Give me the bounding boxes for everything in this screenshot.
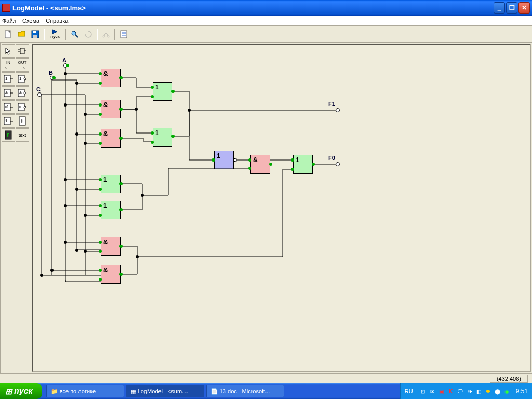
gate-or-3[interactable]: 1 — [101, 175, 121, 193]
svg-text:=1: =1 — [5, 105, 9, 109]
tool-text[interactable]: text — [16, 128, 29, 142]
tray-icon[interactable]: ▣ — [438, 388, 445, 395]
svg-text:1: 1 — [5, 118, 8, 123]
folder-open-icon — [18, 30, 26, 38]
tool-not-gate[interactable]: 1 — [16, 72, 29, 86]
menu-scheme[interactable]: Схема — [22, 18, 39, 24]
tool-xnor-gate[interactable]: = — [16, 100, 29, 114]
tool-input[interactable]: IN○— — [2, 58, 15, 72]
start-button[interactable]: ⊞пуск — [0, 383, 42, 399]
run-label: пуск — [50, 34, 60, 39]
statusbar: (432;408) — [0, 373, 532, 383]
tray-icon[interactable]: ◧ — [475, 388, 483, 395]
input-c-label: C — [36, 86, 41, 92]
svg-rect-3 — [33, 35, 37, 38]
output-f0-port[interactable] — [336, 162, 340, 166]
gate-or-2[interactable]: 1 — [153, 128, 172, 147]
gate-and-6[interactable]: & — [250, 155, 270, 174]
tray-icon[interactable]: ✉ — [429, 388, 436, 395]
cut-icon — [102, 30, 110, 38]
gate-or-1[interactable]: 1 — [153, 82, 172, 101]
tool-and-gate[interactable]: & — [2, 86, 15, 100]
close-button[interactable]: ✕ — [518, 2, 530, 14]
menu-help[interactable]: Справка — [46, 18, 68, 24]
svg-point-24 — [24, 78, 26, 80]
menu-file[interactable]: Файл — [2, 18, 16, 24]
tray-icon[interactable]: 🖵 — [457, 388, 464, 395]
tool-display-old[interactable]: 8 — [16, 114, 29, 128]
maximize-button[interactable]: ❐ — [506, 2, 517, 14]
tray-icon[interactable]: ⬤ — [494, 388, 501, 395]
tool-xor-gate[interactable]: =1 — [2, 100, 15, 114]
play-icon — [51, 29, 59, 34]
svg-point-5 — [72, 31, 76, 35]
output-f1-port[interactable] — [336, 108, 340, 112]
tray-icon[interactable]: ⊡ — [419, 388, 427, 395]
tray-icon[interactable]: K — [447, 388, 455, 395]
tool-element[interactable] — [16, 44, 29, 58]
gate-and-5[interactable]: & — [101, 265, 121, 284]
titlebar: LogModel - <sum.lms> _ ❐ ✕ — [0, 0, 532, 16]
output-f0-label: F0 — [328, 155, 335, 161]
tool-nand-gate[interactable]: & — [16, 86, 29, 100]
tray-icon[interactable]: ⬬ — [485, 388, 492, 395]
canvas-area[interactable]: A B C F1 F0 & & & & & & 1 1 1 1 1 1 — [32, 44, 531, 372]
svg-point-36 — [24, 106, 26, 108]
toolbox: IN○— OUT—○ 1 1 & & =1 = 1 8 8 text — [0, 43, 31, 373]
pointer-icon — [5, 47, 12, 55]
zoom-button[interactable] — [69, 28, 81, 41]
tool-display[interactable]: 8 — [2, 128, 15, 142]
svg-text:&: & — [19, 90, 22, 95]
refresh-icon — [84, 30, 92, 38]
gate-and-2[interactable]: & — [101, 100, 121, 118]
open-button[interactable] — [16, 28, 28, 41]
minimize-button[interactable]: _ — [494, 2, 505, 14]
tray-icon[interactable]: ◉ — [503, 388, 511, 395]
task-word[interactable]: 📄 13.doc - Microsoft... — [206, 385, 284, 397]
app-icon: ▦ — [131, 388, 136, 395]
tool-output[interactable]: OUT—○ — [16, 58, 29, 72]
gate-not-1[interactable]: 1 — [214, 151, 234, 169]
task-folder[interactable]: 📁 все по логике — [46, 385, 124, 397]
run-button[interactable]: пуск — [47, 28, 63, 41]
svg-point-9 — [103, 35, 105, 37]
svg-text:&: & — [5, 90, 8, 95]
tool-pointer[interactable] — [2, 44, 15, 58]
input-a-label: A — [62, 57, 66, 63]
svg-text:8: 8 — [21, 118, 24, 124]
svg-text:1: 1 — [19, 76, 22, 81]
in-label: IN — [6, 60, 10, 65]
svg-point-45 — [234, 158, 237, 162]
svg-rect-11 — [121, 31, 127, 38]
input-c-port[interactable] — [37, 92, 42, 97]
tool-or-gate[interactable]: 1 — [2, 72, 15, 86]
list-button[interactable] — [117, 28, 130, 41]
new-button[interactable] — [2, 28, 15, 41]
zoom-icon — [71, 30, 79, 38]
taskbar: ⊞пуск 📁 все по логике ▦ LogModel - <sum.… — [0, 383, 532, 399]
svg-rect-15 — [20, 48, 24, 54]
lang-indicator[interactable]: RU — [405, 388, 413, 394]
toolbar: пуск — [0, 26, 532, 43]
gate-and-4[interactable]: & — [101, 237, 121, 256]
tray-icon[interactable]: 🕪 — [466, 388, 473, 395]
folder-icon: 📁 — [51, 388, 58, 395]
save-button[interactable] — [29, 28, 42, 41]
gate-and-3[interactable]: & — [101, 129, 121, 148]
circuit-canvas[interactable]: A B C F1 F0 & & & & & & 1 1 1 1 1 1 — [33, 45, 530, 371]
task-label: все по логике — [60, 388, 96, 394]
task-logmodel[interactable]: ▦ LogModel - <sum.... — [126, 385, 204, 397]
svg-text:1: 1 — [5, 76, 8, 81]
gate-or-5[interactable]: 1 — [293, 155, 313, 174]
tool-buffer[interactable]: 1 — [2, 114, 15, 128]
svg-text:=: = — [19, 105, 21, 109]
status-coords: (432;408) — [490, 375, 528, 383]
svg-point-30 — [24, 92, 26, 94]
output-f1-label: F1 — [328, 101, 335, 107]
svg-text:8: 8 — [7, 132, 10, 138]
list-icon — [119, 30, 128, 38]
gate-or-4[interactable]: 1 — [101, 201, 121, 219]
gate-and-1[interactable]: & — [101, 69, 121, 87]
clock[interactable]: 9:51 — [516, 388, 528, 395]
app-icon — [2, 4, 10, 12]
